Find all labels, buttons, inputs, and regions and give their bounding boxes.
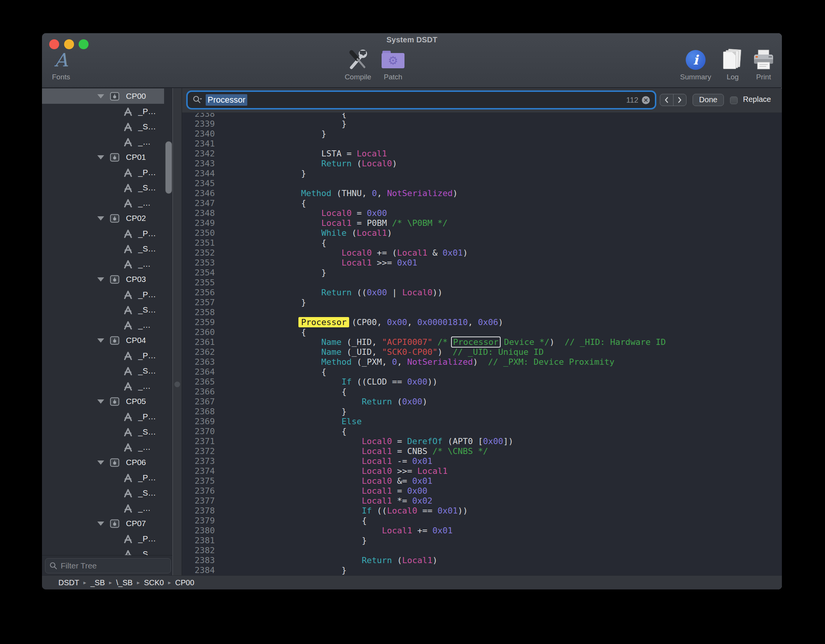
done-button[interactable]: Done — [693, 94, 724, 106]
tree-group-row[interactable]: CP03 — [42, 272, 164, 287]
find-match-outline: Processor — [451, 336, 500, 348]
sidebar-scrollbar[interactable] — [165, 141, 172, 194]
tree-child-row[interactable]: _P… — [42, 165, 164, 180]
disclosure-triangle-icon[interactable] — [97, 522, 104, 526]
tree-child-row[interactable]: _… — [42, 378, 164, 394]
line-content: { — [215, 387, 346, 397]
line-content: { — [215, 327, 306, 337]
tree-child-row[interactable]: _… — [42, 195, 164, 211]
disclosure-triangle-icon[interactable] — [97, 155, 104, 159]
method-icon — [123, 534, 133, 544]
tree-group-row[interactable]: CP05 — [42, 394, 164, 409]
code-line: 2348 Local0 = 0x00 — [182, 208, 782, 218]
breadcrumb-item[interactable]: DSDT — [58, 578, 79, 587]
disclosure-triangle-icon[interactable] — [97, 338, 104, 343]
tree-child-row[interactable]: _P… — [42, 348, 164, 363]
method-icon — [123, 198, 133, 208]
tree-child-row[interactable]: _P… — [42, 470, 164, 485]
tree-group-row[interactable]: CP02 — [42, 211, 164, 226]
tree-child-row[interactable]: _S… — [42, 241, 164, 256]
tree-item-label: _… — [138, 504, 151, 513]
disclosure-triangle-icon[interactable] — [97, 399, 104, 404]
toolbar-item-print[interactable]: Print — [741, 48, 782, 83]
line-number: 2343 — [182, 159, 215, 169]
line-content: { — [215, 367, 326, 377]
method-icon — [123, 259, 133, 269]
code-line: 2359 Processor (CP00, 0x00, 0x00001810, … — [182, 317, 782, 327]
tree-child-row[interactable]: _P… — [42, 287, 164, 302]
tree-child-row[interactable]: _S… — [42, 180, 164, 195]
line-number: 2365 — [182, 377, 215, 387]
tree-child-row[interactable]: _S… — [42, 363, 164, 378]
disclosure-triangle-icon[interactable] — [97, 460, 104, 465]
tree-child-row[interactable]: _… — [42, 134, 164, 150]
log-icon — [722, 49, 743, 71]
scope-icon — [110, 153, 119, 162]
tree-group-row[interactable]: CP01 — [42, 150, 164, 165]
breadcrumb-item[interactable]: SCK0 — [144, 578, 164, 587]
tree-item-label: _S… — [138, 183, 156, 192]
toolbar-item-fonts[interactable]: A Fonts — [42, 48, 84, 83]
method-icon — [123, 290, 133, 300]
line-number: 2374 — [182, 466, 215, 476]
tree-child-row[interactable]: _… — [42, 256, 164, 272]
tree-child-row[interactable]: _S… — [42, 119, 164, 134]
search-menu-icon[interactable] — [193, 95, 202, 105]
breadcrumb-item[interactable]: _SB — [90, 578, 105, 587]
line-number: 2358 — [182, 308, 215, 317]
toolbar-item-patch[interactable]: ⚙ Patch — [370, 48, 416, 83]
breadcrumb-item[interactable]: CP00 — [175, 578, 194, 587]
method-icon — [123, 351, 133, 361]
namespace-tree[interactable]: CP00_P…_S…_…CP01_P…_S…_…CP02_P…_S…_…CP03… — [42, 88, 172, 555]
filter-tree-input[interactable]: Filter Tree — [45, 558, 171, 573]
line-content: Local0 = DerefOf (APT0 [0x00]) — [215, 436, 513, 446]
tree-child-row[interactable]: _… — [42, 440, 164, 455]
tree-item-label: _S… — [138, 244, 156, 253]
breadcrumb-separator-icon: ▸ — [137, 579, 140, 586]
line-number: 2348 — [182, 208, 215, 218]
disclosure-triangle-icon[interactable] — [97, 216, 104, 221]
line-number: 2368 — [182, 407, 215, 417]
tree-group-row[interactable]: CP04 — [42, 333, 164, 348]
disclosure-triangle-icon[interactable] — [97, 277, 104, 282]
tree-item-label: _P… — [138, 290, 156, 299]
line-content — [215, 139, 220, 149]
line-content: Return (0x00) — [215, 397, 427, 407]
pane-splitter[interactable] — [172, 88, 182, 575]
tree-item-label: _… — [138, 382, 151, 391]
replace-checkbox[interactable] — [730, 97, 738, 104]
code-line: 2351 { — [182, 238, 782, 248]
tree-child-row[interactable]: _S… — [42, 485, 164, 501]
tree-child-row[interactable]: _S… — [42, 424, 164, 440]
find-search-field[interactable]: Processor 112 ✕ — [188, 92, 654, 108]
line-content: Processor (CP00, 0x00, 0x00001810, 0x06) — [215, 317, 503, 327]
clear-search-icon[interactable]: ✕ — [642, 96, 650, 104]
code-editor[interactable]: 2338 {2339 }2340 }23412342 LSTA = Local1… — [182, 113, 782, 575]
method-icon — [123, 183, 133, 193]
tree-child-row[interactable]: _… — [42, 501, 164, 516]
method-icon — [123, 473, 133, 483]
code-line: 2371 Local0 = DerefOf (APT0 [0x00]) — [182, 436, 782, 446]
tree-item-label: CP06 — [126, 458, 146, 467]
breadcrumb-item[interactable]: \_SB — [116, 578, 132, 587]
tree-child-row[interactable]: _P… — [42, 531, 164, 546]
find-previous-button[interactable] — [660, 94, 674, 106]
line-content: } — [215, 129, 326, 139]
tree-child-row[interactable]: _P… — [42, 409, 164, 424]
code-line: 2339 } — [182, 119, 782, 129]
tree-group-row[interactable]: CP00 — [42, 89, 164, 104]
tree-child-row[interactable]: _S… — [42, 546, 164, 555]
code-line: 2379 { — [182, 516, 782, 526]
tree-child-row[interactable]: _… — [42, 317, 164, 333]
code-line: 2369 Else — [182, 417, 782, 427]
tree-item-label: _P… — [138, 229, 156, 238]
tree-child-row[interactable]: _P… — [42, 226, 164, 241]
tree-child-row[interactable]: _S… — [42, 302, 164, 317]
tree-child-row[interactable]: _P… — [42, 104, 164, 119]
code-line: 2352 Local0 += (Local1 & 0x01) — [182, 248, 782, 258]
disclosure-triangle-icon[interactable] — [97, 94, 104, 98]
tree-group-row[interactable]: CP07 — [42, 516, 164, 531]
code-line: 2342 LSTA = Local1 — [182, 149, 782, 159]
tree-group-row[interactable]: CP06 — [42, 455, 164, 470]
find-next-button[interactable] — [674, 94, 686, 106]
